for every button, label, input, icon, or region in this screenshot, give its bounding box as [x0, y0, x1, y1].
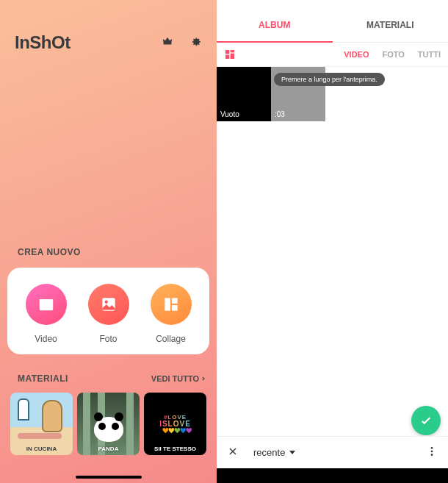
svg-rect-8 — [225, 55, 229, 59]
subtab-foto[interactable]: FOTO — [382, 50, 404, 59]
vedi-tutto-button[interactable]: VEDI TUTTO — [151, 374, 206, 383]
love-graphic: ISLOVE — [159, 421, 191, 428]
longpress-tooltip: Premere a lungo per l'anteprima. — [274, 73, 385, 86]
chevron-right-icon — [200, 376, 206, 382]
check-icon — [419, 414, 433, 427]
svg-rect-3 — [172, 298, 178, 304]
grid-layout-icon[interactable] — [224, 49, 236, 60]
create-collage-button[interactable]: Collage — [151, 284, 192, 344]
svg-point-9 — [431, 447, 433, 449]
gear-icon[interactable] — [189, 35, 202, 51]
svg-rect-4 — [172, 305, 178, 311]
svg-rect-7 — [231, 54, 234, 59]
material-tile-cucina[interactable]: IN CUCINA — [10, 393, 73, 455]
close-icon — [227, 446, 239, 457]
create-foto-button[interactable]: Foto — [88, 284, 129, 344]
svg-point-1 — [104, 301, 107, 304]
hearts-icon: ❤🧡💛💚💙💜 — [159, 428, 192, 434]
bottom-strip — [217, 468, 448, 483]
material-caption: IN CUCINA — [10, 443, 73, 455]
material-caption: PANDA — [77, 443, 140, 455]
material-caption: SII TE STESSO — [144, 443, 206, 455]
crea-nuovo-label: CREA NUOVO — [0, 247, 217, 257]
svg-point-10 — [431, 450, 433, 452]
create-video-button[interactable]: Video — [26, 284, 67, 344]
app-logo: InShOt — [15, 32, 71, 53]
material-tile-panda[interactable]: PANDA — [77, 393, 140, 455]
svg-point-11 — [431, 454, 433, 456]
nav-pill — [76, 476, 142, 479]
tab-album[interactable]: ALBUM — [217, 20, 333, 42]
vedi-tutto-label: VEDI TUTTO — [151, 374, 199, 383]
collage-icon — [151, 284, 192, 325]
gallery-thumb-blank[interactable]: Vuoto — [217, 67, 271, 121]
thumb-duration: :03 — [275, 110, 285, 118]
svg-rect-6 — [231, 50, 234, 52]
create-video-label: Video — [35, 334, 57, 344]
materiali-label: MATERIALI — [18, 373, 68, 384]
thumb-label: Vuoto — [220, 110, 239, 118]
subtab-tutti[interactable]: TUTTI — [418, 50, 441, 59]
photo-icon — [88, 284, 129, 325]
subtab-video[interactable]: VIDEO — [344, 50, 369, 59]
confirm-fab[interactable] — [411, 406, 441, 435]
clapper-icon — [26, 284, 67, 325]
create-foto-label: Foto — [99, 334, 117, 344]
material-tile-stesso[interactable]: #LOVE ISLOVE ❤🧡💛💚💙💜 SII TE STESSO — [144, 393, 206, 455]
more-button[interactable] — [426, 446, 438, 460]
more-vertical-icon — [426, 446, 438, 457]
svg-rect-5 — [225, 50, 229, 54]
recent-label: recente — [253, 447, 285, 458]
close-button[interactable] — [227, 446, 239, 460]
svg-rect-2 — [165, 298, 170, 310]
create-collage-label: Collage — [156, 334, 186, 344]
crown-icon[interactable] — [161, 35, 174, 51]
caret-down-icon — [289, 451, 295, 454]
recent-dropdown[interactable]: recente — [253, 447, 295, 458]
tab-materiali[interactable]: MATERIALI — [333, 20, 449, 42]
create-card: Video Foto Collage — [7, 268, 209, 354]
